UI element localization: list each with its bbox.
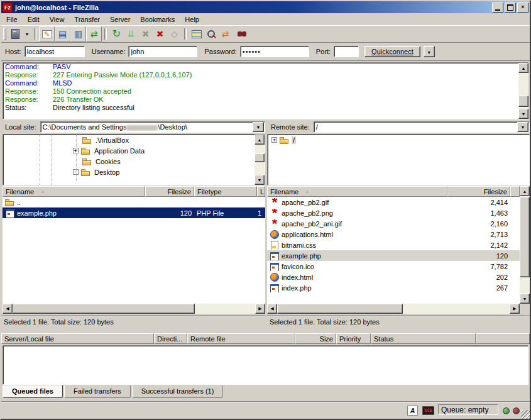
log-line: Command:PASV	[3, 63, 528, 71]
tab-failed-transfers[interactable]: Failed transfers	[64, 385, 131, 398]
file-row[interactable]: bitnami.css 2,142	[267, 240, 520, 250]
toggle-remote-tree-button[interactable]: ▥	[70, 26, 86, 41]
local-tree-scrollbar[interactable]: ▲ ▼	[255, 135, 265, 185]
expand-icon[interactable]: +	[271, 137, 277, 143]
close-button[interactable]: ×	[517, 3, 528, 13]
column-direction[interactable]: Directi...	[154, 333, 187, 344]
port-input[interactable]	[334, 46, 359, 57]
column-status[interactable]: Status	[371, 333, 476, 344]
file-size: 120	[180, 209, 192, 217]
scroll-thumb[interactable]	[518, 96, 528, 107]
menu-transfer[interactable]: Transfer	[69, 14, 105, 25]
quickconnect-dropdown[interactable]: ▼	[424, 46, 435, 57]
quickconnect-button[interactable]: Quickconnect	[364, 46, 420, 57]
scroll-right-button[interactable]: ▶	[510, 304, 520, 314]
file-row[interactable]: apache_pb2_ani.gif 2,160	[267, 218, 520, 229]
speed-limits-icon[interactable]: SCD	[422, 406, 434, 415]
toolbar-grip[interactable]	[3, 28, 6, 40]
disconnect-button[interactable]: ✖	[153, 27, 167, 41]
column-server-local-file[interactable]: Server/Local file	[1, 333, 154, 344]
tab-successful-transfers[interactable]: Successful transfers (1)	[132, 385, 224, 398]
column-filetype[interactable]: Filetype	[194, 186, 257, 197]
host-input[interactable]: localhost	[25, 46, 85, 57]
toolbar-separator	[34, 28, 36, 40]
directory-comparison-button[interactable]	[204, 27, 218, 41]
pane-splitter[interactable]	[265, 121, 267, 328]
scroll-up-button[interactable]: ▲	[255, 135, 265, 145]
scroll-down-button[interactable]: ▼	[255, 175, 265, 185]
menu-edit[interactable]: Edit	[23, 14, 45, 25]
transfer-queue-list[interactable]	[3, 345, 528, 385]
toggle-message-log-button[interactable]: ✎	[39, 26, 55, 41]
menu-server[interactable]: Server	[105, 14, 135, 25]
remote-tree: + /	[267, 134, 530, 185]
scroll-thumb[interactable]	[13, 304, 195, 314]
file-size: 202	[496, 274, 508, 281]
password-input[interactable]: ••••••	[240, 46, 309, 57]
tab-queued-files[interactable]: Queued files	[3, 385, 63, 398]
file-row[interactable]: applications.html 2,713	[267, 229, 520, 240]
scroll-right-button[interactable]: ▶	[255, 304, 265, 314]
tree-item-cookies[interactable]: Cookies	[3, 156, 265, 167]
remote-list-scrollbar[interactable]: ▲ ▼	[520, 186, 530, 304]
file-row-selected[interactable]: example.php 120	[267, 250, 520, 261]
file-row[interactable]: index.php 267	[267, 282, 520, 293]
file-row[interactable]: apache_pb2.gif 2,414	[267, 197, 520, 207]
site-manager-dropdown[interactable]: ▼	[23, 27, 31, 41]
tree-item-virtualbox[interactable]: .VirtualBox	[3, 135, 265, 145]
resize-grip[interactable]	[521, 410, 530, 419]
menu-file[interactable]: File	[1, 14, 23, 25]
synchronized-browsing-button[interactable]: ⇄	[218, 27, 233, 41]
toggle-local-tree-button[interactable]: ▤	[55, 26, 70, 41]
file-row-example-php[interactable]: example.php 120 PHP File 1	[3, 207, 265, 218]
scroll-down-button[interactable]: ▼	[520, 294, 530, 304]
scroll-up-button[interactable]: ▲	[520, 186, 530, 196]
scroll-left-button[interactable]: ◀	[3, 304, 13, 314]
scroll-thumb[interactable]	[255, 153, 265, 162]
username-input[interactable]: john	[128, 46, 197, 57]
maximize-button[interactable]	[505, 3, 516, 13]
cancel-operation-button[interactable]: ✖	[138, 27, 153, 41]
column-filesize[interactable]: Filesize	[145, 186, 194, 197]
find-files-button[interactable]	[233, 27, 247, 41]
file-row[interactable]: favicon.ico 7,782	[267, 261, 520, 272]
tree-item-root[interactable]: + /	[268, 135, 529, 145]
tree-item-application-data[interactable]: + Application Data	[3, 145, 265, 156]
scroll-left-button[interactable]: ◀	[267, 304, 277, 314]
column-priority[interactable]: Priority	[336, 333, 371, 344]
scroll-thumb[interactable]	[520, 197, 530, 277]
file-row-parent-dir[interactable]: ..	[3, 197, 265, 207]
column-filename[interactable]: Filename▲	[267, 186, 447, 197]
refresh-button[interactable]: ↻	[109, 27, 124, 41]
minimize-button[interactable]	[492, 3, 503, 13]
column-remote-file[interactable]: Remote file	[187, 333, 295, 344]
tree-item-desktop[interactable]: - Desktop	[3, 167, 265, 177]
menu-view[interactable]: View	[45, 14, 70, 25]
scroll-down-button[interactable]: ▼	[518, 109, 528, 119]
column-label: Filesize	[168, 188, 191, 196]
scroll-thumb[interactable]	[277, 304, 403, 314]
file-row[interactable]: index.html 202	[267, 272, 520, 282]
scroll-up-button[interactable]: ▲	[518, 63, 528, 73]
local-list-hscrollbar[interactable]: ◀ ▶	[3, 304, 265, 314]
site-manager-button[interactable]	[8, 27, 23, 41]
local-site-combobox[interactable]: C:\Documents and Settings\Desktop\ ▼	[40, 121, 265, 133]
reconnect-button[interactable]: ◇	[167, 27, 182, 41]
combo-dropdown-button[interactable]: ▼	[253, 122, 264, 132]
process-queue-icon: ⇊	[128, 30, 135, 38]
menu-help[interactable]: Help	[180, 14, 204, 25]
menu-bookmarks[interactable]: Bookmarks	[135, 14, 180, 25]
file-row[interactable]: apache_pb2.png 1,463	[267, 207, 520, 218]
remote-site-combobox[interactable]: / ▼	[314, 121, 530, 133]
process-queue-button[interactable]: ⇊	[124, 27, 138, 41]
combo-dropdown-button[interactable]: ▼	[517, 122, 528, 132]
directory-listing-filters-button[interactable]	[189, 27, 204, 41]
column-filesize[interactable]: Filesize	[447, 186, 510, 197]
column-size[interactable]: Size	[295, 333, 336, 344]
column-filename[interactable]: Filename▲	[3, 186, 145, 197]
log-scrollbar[interactable]: ▲ ▼	[518, 63, 528, 119]
local-list-header: Filename▲ Filesize Filetype L	[3, 186, 265, 197]
remote-list-hscrollbar[interactable]: ◀ ▶	[267, 304, 520, 314]
toggle-transfer-queue-button[interactable]: ⇄	[86, 26, 102, 41]
column-last-modified[interactable]: L	[257, 186, 265, 197]
